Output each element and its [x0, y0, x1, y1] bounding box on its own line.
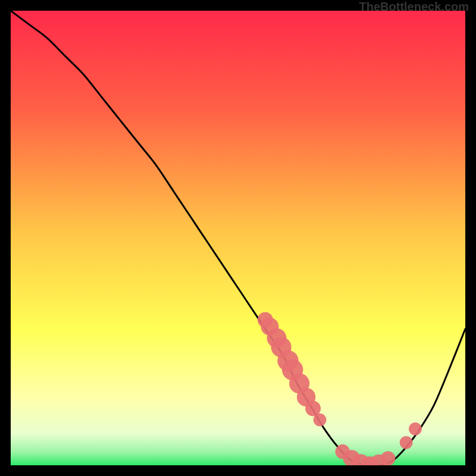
attribution-text: TheBottleneck.com [359, 0, 469, 14]
marker-dot [381, 451, 396, 465]
marker-dot [400, 436, 413, 449]
chart-container: TheBottleneck.com [0, 0, 476, 476]
chart-svg [11, 11, 465, 465]
marker-dot [409, 422, 422, 436]
marker-dot [314, 414, 327, 427]
gradient-background [11, 11, 465, 465]
